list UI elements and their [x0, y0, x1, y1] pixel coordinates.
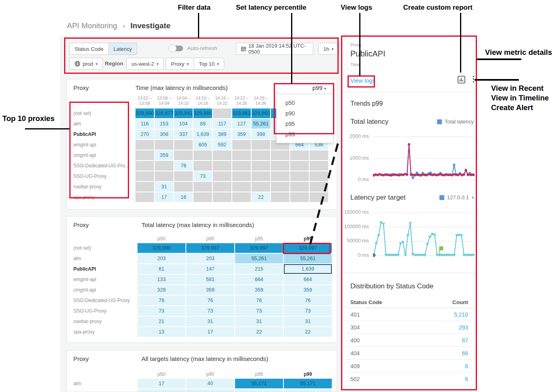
heatmap-cell[interactable] — [252, 161, 270, 171]
heatmap-cell[interactable] — [135, 192, 154, 202]
region-dropdown[interactable]: us-west-2 ▾ — [126, 58, 164, 70]
heatmap-cell[interactable]: 308 — [155, 129, 173, 139]
heatmap-cell[interactable]: 664 — [284, 275, 332, 284]
heatmap-cell[interactable]: 329,863 — [232, 108, 251, 118]
heatmap-cell[interactable]: 329,997 — [284, 243, 332, 253]
heatmap-cell[interactable]: 73 — [194, 171, 212, 181]
heatmap-cell[interactable]: 329 — [137, 285, 185, 295]
heatmap-cell[interactable] — [232, 182, 251, 192]
proxy-dropdown[interactable]: Proxy ▾ — [166, 58, 194, 70]
top10-dropdown[interactable]: Top 10 ▾ — [194, 58, 224, 70]
heatmap-cell[interactable]: 76 — [235, 296, 283, 305]
heatmap-cell[interactable]: 337 — [174, 129, 193, 139]
heatmap-cell[interactable]: 55,171 — [235, 379, 283, 388]
heatmap-cell[interactable] — [290, 161, 309, 171]
heatmap-cell[interactable] — [310, 192, 328, 202]
heatmap-cell[interactable]: 76 — [186, 296, 234, 305]
heatmap-cell[interactable]: 329,997 — [186, 243, 234, 253]
heatmap-cell[interactable]: 1,639 — [284, 264, 332, 274]
heatmap-cell[interactable]: 17 — [155, 192, 173, 202]
heatmap-cell[interactable] — [135, 161, 154, 171]
heatmap-cell[interactable]: 203 — [186, 254, 234, 263]
heatmap-cell[interactable]: 76 — [284, 296, 332, 305]
percentile-menu-item[interactable]: p90 — [277, 108, 333, 119]
percentile-menu-item[interactable]: p50 — [277, 98, 333, 108]
breadcrumb-parent[interactable]: API Monitoring — [67, 21, 117, 30]
heatmap-cell[interactable]: 76 — [174, 161, 193, 171]
heatmap-cell[interactable]: 55,261 — [235, 254, 283, 263]
heatmap-cell[interactable]: 40 — [186, 379, 234, 388]
heatmap-cell[interactable] — [174, 140, 193, 150]
heatmap-cell[interactable]: 104 — [174, 119, 193, 129]
heatmap-cell[interactable] — [252, 150, 270, 160]
heatmap-cell[interactable]: 398 — [252, 129, 270, 139]
heatmap-cell[interactable] — [232, 171, 251, 181]
heatmap-cell[interactable] — [186, 389, 234, 392]
heatmap-cell[interactable] — [213, 171, 231, 181]
heatmap-cell[interactable] — [310, 161, 328, 171]
heatmap-cell[interactable]: 73 — [137, 306, 185, 316]
heatmap-cell[interactable]: 605 — [194, 140, 212, 150]
date-picker-button[interactable]: 18 Jan 2019 14:52 UTC-0500 — [236, 43, 313, 55]
heatmap-cell[interactable] — [174, 171, 193, 181]
heatmap-cell[interactable]: 329,863 — [252, 108, 270, 118]
heatmap-cell[interactable]: 61 — [137, 264, 185, 274]
heatmap-cell[interactable]: 73 — [235, 306, 283, 316]
heatmap-cell[interactable]: 592 — [213, 140, 231, 150]
percentile-selector[interactable]: p99 ▾ — [312, 84, 326, 91]
heatmap-cell[interactable]: 55,261 — [252, 119, 270, 129]
heatmap-cell[interactable] — [174, 182, 193, 192]
heatmap-cell[interactable]: 76 — [137, 296, 185, 305]
heatmap-cell[interactable]: 55,171 — [284, 379, 332, 388]
heatmap-cell[interactable] — [271, 171, 289, 181]
heatmap-cell[interactable]: 31 — [155, 182, 173, 192]
heatmap-cell[interactable]: 16 — [174, 192, 193, 202]
heatmap-cell[interactable]: 664 — [235, 275, 283, 284]
heatmap-cell[interactable] — [235, 389, 283, 392]
heatmap-cell[interactable] — [290, 192, 309, 202]
heatmap-cell[interactable]: 73 — [186, 306, 234, 316]
heatmap-cell[interactable]: 31 — [186, 317, 234, 326]
heatmap-cell[interactable] — [194, 182, 212, 192]
auto-refresh-toggle[interactable] — [169, 46, 183, 51]
heatmap-cell[interactable] — [310, 171, 328, 181]
heatmap-cell[interactable] — [310, 150, 328, 160]
heatmap-cell[interactable] — [252, 171, 270, 181]
heatmap-cell[interactable]: 13 — [137, 327, 185, 337]
heatmap-cell[interactable]: 329,986 — [194, 108, 212, 118]
heatmap-cell[interactable]: 203 — [137, 254, 185, 263]
heatmap-cell[interactable] — [213, 182, 231, 192]
status-count-link[interactable]: 293 — [459, 324, 468, 331]
heatmap-cell[interactable] — [271, 192, 289, 202]
heatmap-cell[interactable]: 389 — [213, 129, 231, 139]
heatmap-cell[interactable]: 359 — [284, 285, 332, 295]
status-count-link[interactable]: 66 — [462, 350, 468, 357]
heatmap-cell[interactable]: 22 — [284, 327, 332, 337]
heatmap-cell[interactable]: 329,997 — [235, 243, 283, 253]
heatmap-cell[interactable]: 31 — [235, 317, 283, 326]
view-logs-link[interactable]: View logs — [350, 77, 375, 84]
heatmap-cell[interactable] — [252, 182, 270, 192]
heatmap-cell[interactable] — [213, 108, 231, 118]
heatmap-cell[interactable] — [137, 389, 185, 392]
heatmap-cell[interactable]: 31 — [284, 317, 332, 326]
heatmap-cell[interactable] — [135, 171, 154, 181]
heatmap-cell[interactable]: 329,877 — [155, 108, 173, 118]
heatmap-cell[interactable] — [252, 140, 270, 150]
heatmap-cell[interactable]: 127 — [232, 119, 251, 129]
heatmap-cell[interactable]: 17 — [186, 327, 234, 337]
percentile-menu-item[interactable]: p99 — [277, 129, 333, 140]
heatmap-cell[interactable] — [155, 171, 173, 181]
heatmap-cell[interactable]: 270 — [135, 129, 154, 139]
heatmap-cell[interactable]: 22 — [252, 192, 270, 202]
heatmap-cell[interactable]: 89 — [194, 119, 212, 129]
heatmap-cell[interactable] — [271, 150, 289, 160]
heatmap-cell[interactable]: 581 — [186, 275, 234, 284]
status-count-link[interactable]: 87 — [462, 337, 468, 344]
heatmap-cell[interactable]: 21 — [137, 317, 185, 326]
heatmap-cell[interactable] — [310, 182, 328, 192]
heatmap-cell[interactable] — [271, 161, 289, 171]
heatmap-cell[interactable]: 147 — [186, 264, 234, 274]
status-count-link[interactable]: 6 — [465, 363, 468, 369]
bar-chart-icon[interactable] — [458, 76, 465, 83]
